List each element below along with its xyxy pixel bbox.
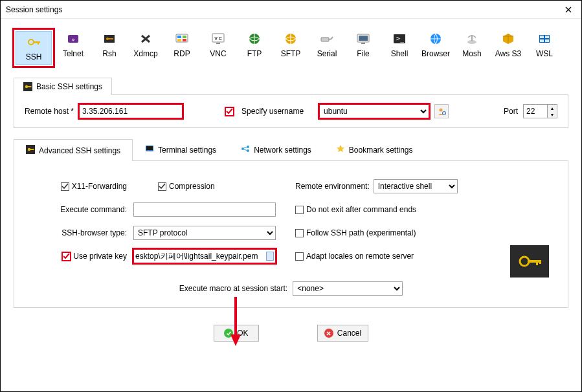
svg-point-42 [247,146,249,148]
adapt-locales-label: Adapt locales on remote server [306,252,414,261]
follow-ssh-path-label: Follow SSH path (experimental) [306,228,416,237]
tab-basic-ssh-settings[interactable]: Basic SSH settings [14,78,112,95]
compression-checkbox[interactable] [158,182,166,191]
session-type-sftp[interactable]: SFTP [273,28,309,68]
use-private-key-checkbox[interactable] [62,252,71,261]
svg-text:>_: >_ [396,35,405,43]
svg-point-34 [440,109,443,112]
session-type-label: SSH [26,52,42,61]
tab-advanced-label: Advanced SSH settings [39,146,120,155]
tab-terminal-settings[interactable]: Terminal settings [133,138,229,160]
svg-rect-11 [177,39,181,41]
session-type-file[interactable]: File [345,28,381,68]
svg-rect-7 [108,38,113,39]
port-spinner[interactable]: ▲ ▼ [523,104,557,118]
session-type-toolbar: SSH»TelnetRshXdmcpRDPV CVNCFTPSFTPSerial… [6,19,576,71]
file-icon [353,31,373,47]
svg-rect-10 [183,36,186,38]
cancel-icon [324,329,333,338]
sftp-icon [281,31,300,47]
session-type-ssh[interactable]: SSH [16,31,52,65]
key-icon [23,82,32,91]
close-button[interactable] [561,2,576,17]
svg-rect-28 [545,36,549,38]
svg-rect-20 [359,36,368,41]
execute-macro-select[interactable]: <none> [293,281,403,296]
tab-network-label: Network settings [254,146,311,155]
do-not-exit-label: Do not exit after command ends [306,205,416,214]
svg-text:»: » [71,36,74,43]
specify-username-checkbox[interactable] [225,107,234,116]
session-type-label: Telnet [63,49,84,58]
session-settings-window: Session settings SSH»TelnetRshXdmcpRDPV … [0,0,582,392]
session-type-ftp[interactable]: FTP [236,28,273,68]
mosh-icon [462,31,482,47]
session-type-wsl[interactable]: WSL [526,28,563,68]
file-icon [266,252,274,261]
svg-rect-18 [321,38,329,41]
session-type-label: Mosh [462,49,481,58]
browser-icon [426,31,445,47]
session-type-label: RDP [173,49,190,58]
session-type-label: SFTP [281,49,301,58]
do-not-exit-checkbox[interactable] [295,206,304,214]
session-type-label: Rsh [102,49,116,58]
port-down[interactable]: ▼ [548,111,557,118]
session-type-rsh[interactable]: Rsh [91,28,128,68]
svg-rect-27 [540,36,544,38]
session-type-mosh[interactable]: Mosh [454,28,490,68]
user-browse-button[interactable] [434,104,449,118]
telnet-icon: » [63,31,83,47]
session-type-browser[interactable]: Browser [418,28,454,68]
remote-host-label: Remote host * [25,107,74,116]
session-type-rdp[interactable]: RDP [164,28,200,68]
vnc-icon: V C [208,31,228,47]
xdmcp-icon [136,31,155,47]
ok-icon [224,329,233,338]
session-type-label: Serial [317,49,337,58]
remote-env-select[interactable]: Interactive shell [374,179,458,193]
private-key-path-field[interactable]: esktop\키페어\lightsail_keypair.pem [133,249,276,263]
tab-bookmark-settings[interactable]: Bookmark settings [324,138,425,160]
session-type-shell[interactable]: >_Shell [381,28,418,68]
svg-rect-33 [28,86,32,87]
session-type-label: Shell [391,49,409,58]
ok-button[interactable]: OK [214,325,259,342]
ssh-browser-type-select[interactable]: SFTP protocol [133,226,276,240]
x11-forwarding-checkbox[interactable] [61,182,69,191]
session-type-label: Aws S3 [495,49,521,58]
person-icon [437,107,446,116]
svg-rect-47 [539,260,541,264]
ssh-browser-type-label: SSH-browser type: [30,228,133,237]
tab-bookmark-label: Bookmark settings [349,146,413,155]
cancel-button[interactable]: Cancel [317,325,368,342]
session-type-label: File [357,49,369,58]
tab-advanced-ssh[interactable]: Advanced SSH settings [14,139,133,161]
network-icon [241,144,250,155]
session-type-xdmcp[interactable]: Xdmcp [128,28,164,68]
username-select[interactable]: ubuntu [319,104,429,118]
session-type-label: WSL [536,49,553,58]
remote-host-input[interactable] [79,104,183,118]
follow-ssh-path-checkbox[interactable] [295,229,304,237]
session-type-aws-s3[interactable]: Aws S3 [490,28,526,68]
session-type-vnc[interactable]: V CVNC [200,28,236,68]
session-type-telnet[interactable]: »Telnet [55,28,91,68]
use-private-key-label: Use private key [73,252,127,261]
svg-rect-30 [545,39,549,42]
port-up[interactable]: ▲ [548,105,557,111]
svg-rect-21 [361,43,365,44]
basic-tabstrip: Basic SSH settings [14,77,568,95]
close-icon [565,6,572,13]
svg-rect-1 [33,41,40,43]
rsh-icon [100,31,119,47]
session-type-serial[interactable]: Serial [309,28,345,68]
port-input[interactable] [523,104,548,118]
adapt-locales-checkbox[interactable] [295,252,304,261]
svg-point-35 [443,112,446,115]
execute-command-input[interactable] [133,202,276,217]
basic-panel: Remote host * Specify username ubuntu [14,95,568,128]
tab-network-settings[interactable]: Network settings [229,138,324,160]
button-bar: OK Cancel [14,325,568,342]
svg-rect-29 [540,39,544,42]
